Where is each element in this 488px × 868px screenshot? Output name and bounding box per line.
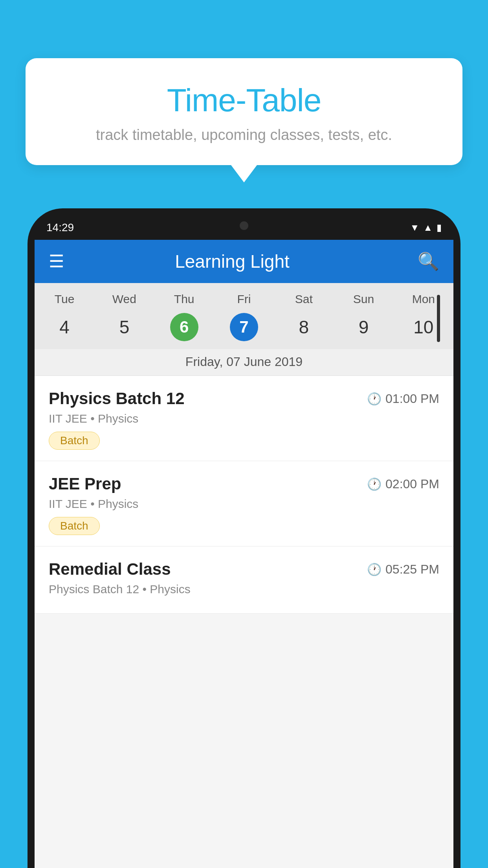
status-time: 14:29 (46, 221, 74, 234)
day-header-mon[interactable]: Mon (394, 292, 453, 306)
phone-frame: 14:29 ▼ ▲ ▮ ☰ Learning Light 🔍 Tue Wed T… (28, 208, 460, 868)
phone-screen: ☰ Learning Light 🔍 Tue Wed Thu Fri Sat S… (35, 240, 453, 868)
clock-icon-1: 🕐 (367, 392, 382, 406)
day-4[interactable]: 4 (35, 313, 94, 341)
day-numbers: 4 5 6 7 8 9 10 (35, 310, 453, 349)
status-bar: 14:29 ▼ ▲ ▮ (35, 215, 453, 240)
app-bar: ☰ Learning Light 🔍 (35, 240, 453, 283)
item-3-time: 🕐 05:25 PM (367, 562, 439, 577)
schedule-item-2[interactable]: JEE Prep 🕐 02:00 PM IIT JEE • Physics Ba… (35, 461, 453, 546)
day-header-sun[interactable]: Sun (334, 292, 393, 306)
item-3-time-text: 05:25 PM (385, 562, 439, 577)
battery-icon: ▮ (437, 222, 442, 233)
item-1-time-text: 01:00 PM (385, 392, 439, 406)
camera (240, 221, 248, 230)
day-5[interactable]: 5 (94, 313, 154, 341)
power-button (437, 295, 440, 342)
notch (220, 215, 268, 236)
day-header-wed[interactable]: Wed (94, 292, 154, 306)
item-2-subtitle: IIT JEE • Physics (49, 497, 439, 511)
schedule-item-3[interactable]: Remedial Class 🕐 05:25 PM Physics Batch … (35, 546, 453, 614)
day-6[interactable]: 6 (154, 313, 214, 341)
selected-date: Friday, 07 June 2019 (35, 349, 453, 376)
bubble-title: Time-Table (45, 82, 443, 119)
item-1-tag: Batch (49, 432, 100, 450)
wifi-icon: ▼ (410, 222, 419, 233)
item-2-time: 🕐 02:00 PM (367, 477, 439, 491)
schedule-item-1[interactable]: Physics Batch 12 🕐 01:00 PM IIT JEE • Ph… (35, 376, 453, 461)
day-8[interactable]: 8 (274, 313, 334, 341)
day-header-tue[interactable]: Tue (35, 292, 94, 306)
menu-icon[interactable]: ☰ (49, 253, 64, 270)
day-6-circle[interactable]: 6 (170, 313, 198, 341)
item-1-time: 🕐 01:00 PM (367, 392, 439, 406)
item-3-subtitle: Physics Batch 12 • Physics (49, 583, 439, 596)
status-icons: ▼ ▲ ▮ (410, 222, 442, 233)
clock-icon-3: 🕐 (367, 563, 382, 576)
day-header-sat[interactable]: Sat (274, 292, 334, 306)
day-7[interactable]: 7 (214, 313, 274, 341)
search-icon[interactable]: 🔍 (418, 251, 439, 272)
item-2-title: JEE Prep (49, 474, 121, 493)
item-2-tag: Batch (49, 517, 100, 535)
day-header-thu[interactable]: Thu (154, 292, 214, 306)
app-title: Learning Light (76, 251, 389, 272)
bubble-subtitle: track timetable, upcoming classes, tests… (45, 127, 443, 143)
calendar-strip: Tue Wed Thu Fri Sat Sun Mon 4 5 6 7 8 9 … (35, 283, 453, 376)
item-1-title: Physics Batch 12 (49, 389, 185, 408)
day-7-circle[interactable]: 7 (230, 313, 258, 341)
schedule-list: Physics Batch 12 🕐 01:00 PM IIT JEE • Ph… (35, 376, 453, 614)
signal-icon: ▲ (423, 222, 433, 233)
day-headers: Tue Wed Thu Fri Sat Sun Mon (35, 283, 453, 310)
day-9[interactable]: 9 (334, 313, 393, 341)
day-header-fri[interactable]: Fri (214, 292, 274, 306)
item-1-subtitle: IIT JEE • Physics (49, 412, 439, 425)
intro-card: Time-Table track timetable, upcoming cla… (26, 58, 462, 165)
clock-icon-2: 🕐 (367, 477, 382, 491)
day-10[interactable]: 10 (394, 313, 453, 341)
item-3-title: Remedial Class (49, 560, 171, 579)
item-2-time-text: 02:00 PM (385, 477, 439, 491)
